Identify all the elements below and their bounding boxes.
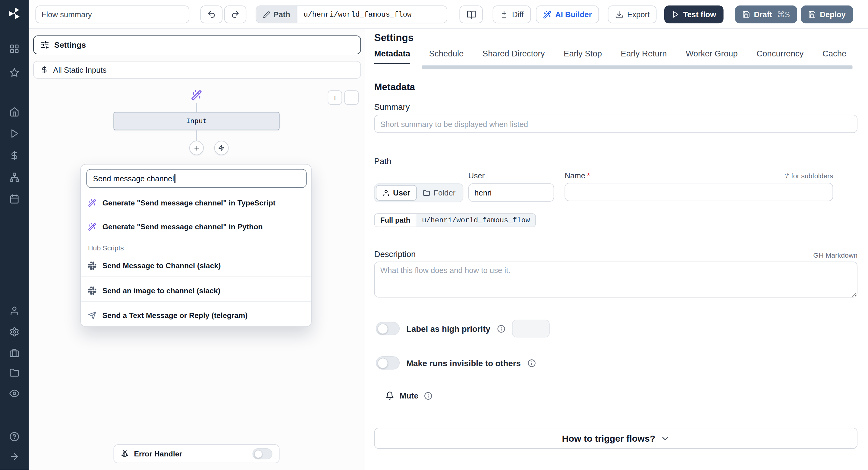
trigger-help-button[interactable]: How to trigger flows? <box>374 428 858 449</box>
save-icon <box>742 10 750 19</box>
docs-button[interactable] <box>459 5 483 23</box>
static-inputs-button[interactable]: All Static Inputs <box>33 61 361 79</box>
flow-graph-panel: Settings All Static Inputs + − Input Sen… <box>29 29 366 470</box>
step-search-input[interactable]: Send message channel <box>87 169 307 188</box>
hub-telegram-item[interactable]: Send a Text Message or Reply (telegram) <box>81 304 312 326</box>
test-flow-label: Test flow <box>683 10 716 19</box>
home-icon <box>9 107 19 117</box>
ai-flow-node[interactable] <box>191 90 202 101</box>
nav-user[interactable] <box>0 301 29 321</box>
name-input[interactable] <box>564 183 833 201</box>
tabs-scrollbar[interactable] <box>422 65 852 69</box>
flow-settings-button[interactable]: Settings <box>33 36 361 54</box>
nav-help[interactable] <box>0 427 29 446</box>
metadata-heading: Metadata <box>374 82 415 93</box>
hub-slack-message-item[interactable]: Send Message to Channel (slack) <box>81 255 312 277</box>
tab-early-return[interactable]: Early Return <box>621 49 667 64</box>
high-priority-toggle[interactable] <box>376 322 400 335</box>
dollar-icon <box>40 66 48 74</box>
invisible-runs-row: Make runs invisible to others <box>376 356 535 370</box>
ai-builder-button[interactable]: AI Builder <box>536 5 599 23</box>
tab-early-stop[interactable]: Early Stop <box>564 49 602 64</box>
generate-python-item[interactable]: Generate "Send message channel" in Pytho… <box>81 216 312 238</box>
tab-concurrency[interactable]: Concurrency <box>756 49 804 64</box>
bell-icon <box>385 391 394 400</box>
info-icon[interactable] <box>497 324 505 333</box>
folder-icon <box>423 189 430 196</box>
nav-variables[interactable] <box>0 146 29 166</box>
invisible-runs-toggle[interactable] <box>376 356 400 370</box>
summary-input[interactable] <box>374 115 858 133</box>
topbar: Path u/henri/world_famous_flow Diff AI B… <box>29 0 868 29</box>
nav-folders[interactable] <box>0 363 29 383</box>
path-value[interactable]: u/henri/world_famous_flow <box>298 6 447 23</box>
info-icon[interactable] <box>424 391 433 400</box>
wand-sparkles-icon <box>543 10 552 19</box>
nav-settings[interactable] <box>0 322 29 342</box>
result-label: Generate "Send message channel" in Pytho… <box>102 223 263 231</box>
tab-schedule[interactable]: Schedule <box>429 49 464 64</box>
user-input[interactable] <box>468 183 554 202</box>
info-icon[interactable] <box>527 359 536 367</box>
markdown-hint: GH Markdown <box>813 252 858 259</box>
zoom-out-button[interactable]: − <box>344 90 359 105</box>
full-path-value: u/henri/world_famous_flow <box>416 214 535 227</box>
generate-typescript-item[interactable]: Generate "Send message channel" in TypeS… <box>81 192 312 213</box>
slack-icon <box>88 287 96 295</box>
subfolder-hint: '/' for subfolders <box>785 172 833 180</box>
nav-audit[interactable] <box>0 383 29 403</box>
nav-favorites[interactable] <box>0 63 29 83</box>
draft-button[interactable]: Draft ⌘S <box>735 5 797 23</box>
diff-label: Diff <box>512 10 524 19</box>
nav-flows[interactable] <box>0 168 29 187</box>
windmill-logo-icon <box>7 6 22 21</box>
export-button[interactable]: Export <box>608 5 657 23</box>
deploy-button[interactable]: Deploy <box>801 5 853 23</box>
add-step-button[interactable] <box>189 141 204 155</box>
save-icon <box>808 10 816 19</box>
invisible-runs-label: Make runs invisible to others <box>406 358 521 368</box>
nav-apps[interactable] <box>0 39 29 59</box>
flow-summary-input[interactable] <box>36 5 190 23</box>
priority-value-input <box>512 320 550 337</box>
diff-icon <box>500 10 508 19</box>
owner-kind-folder-label: Folder <box>433 188 456 197</box>
error-handler-node[interactable]: Error Handler <box>114 444 280 463</box>
tab-metadata[interactable]: Metadata <box>374 49 410 64</box>
nav-home[interactable] <box>0 102 29 122</box>
edit-path-button[interactable]: Path <box>256 6 298 23</box>
add-trigger-button[interactable] <box>214 141 229 155</box>
step-search-value: Send message channel <box>93 174 174 183</box>
tab-cache[interactable]: Cache <box>823 49 846 64</box>
nav-schedules[interactable] <box>0 189 29 209</box>
draft-shortcut: ⌘S <box>777 10 790 19</box>
windmill-logo[interactable] <box>0 6 29 21</box>
nav-runs[interactable] <box>0 124 29 144</box>
diff-button[interactable]: Diff <box>493 5 531 23</box>
description-textarea[interactable] <box>374 262 858 297</box>
deploy-label: Deploy <box>820 10 846 19</box>
toggle-knob <box>378 358 388 368</box>
owner-kind-user-button[interactable]: User <box>376 185 417 200</box>
static-inputs-label: All Static Inputs <box>53 65 106 74</box>
zoom-in-button[interactable]: + <box>328 90 342 105</box>
redo-button[interactable] <box>224 5 246 23</box>
grid-icon <box>9 44 19 54</box>
mute-label[interactable]: Mute <box>400 391 418 400</box>
test-flow-button[interactable]: Test flow <box>664 5 723 23</box>
slack-icon <box>88 262 96 270</box>
nav-collapse[interactable] <box>0 446 29 466</box>
text-caret <box>175 174 176 183</box>
owner-kind-user-label: User <box>393 188 410 197</box>
tab-shared-directory[interactable]: Shared Directory <box>483 49 545 64</box>
owner-kind-folder-button[interactable]: Folder <box>417 185 461 200</box>
tab-worker-group[interactable]: Worker Group <box>686 49 738 64</box>
folder-icon <box>9 368 19 378</box>
gear-icon <box>9 327 19 337</box>
undo-button[interactable] <box>200 5 222 23</box>
user-icon <box>382 189 390 196</box>
error-handler-toggle[interactable] <box>253 448 273 460</box>
hub-slack-image-item[interactable]: Send an image to channel (slack) <box>81 280 312 302</box>
input-node[interactable]: Input <box>114 112 280 130</box>
nav-workers[interactable] <box>0 343 29 363</box>
